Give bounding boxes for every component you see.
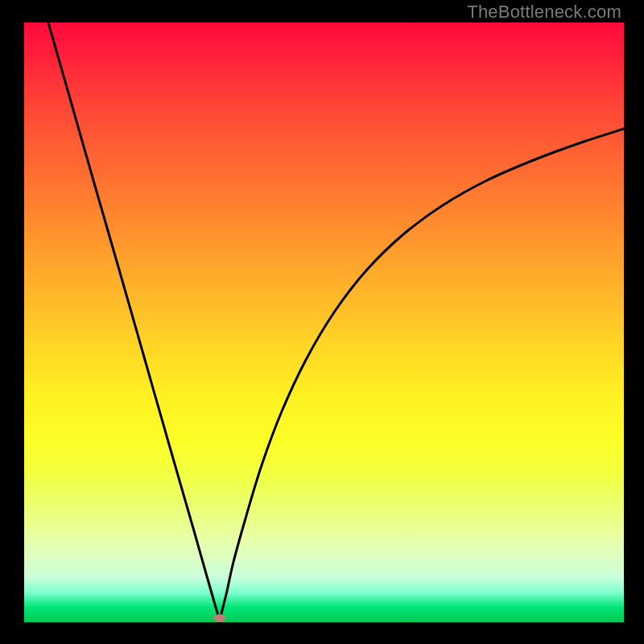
plot-area [24, 23, 624, 622]
chart-container: TheBottleneck.com [0, 0, 644, 644]
curve-svg [24, 23, 624, 622]
curve-path [48, 23, 624, 618]
minimum-marker [214, 614, 226, 622]
watermark-label: TheBottleneck.com [467, 2, 621, 23]
